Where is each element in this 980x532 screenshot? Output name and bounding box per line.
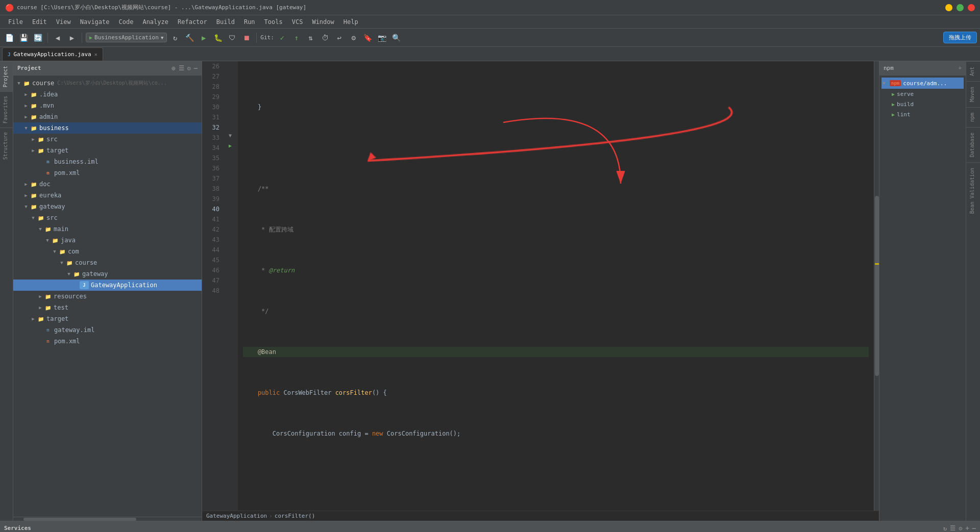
expand-doc[interactable]: ▶ <box>22 182 30 187</box>
editor-vscrollbar[interactable] <box>874 61 879 511</box>
svc-minimize-icon[interactable]: — <box>972 525 976 532</box>
tree-item-gateway-sub[interactable]: ▼ 📁 gateway <box>13 268 202 280</box>
lvtab-structure[interactable]: Structure <box>0 128 13 164</box>
menu-run[interactable]: Run <box>240 17 259 27</box>
project-scrollbar[interactable] <box>13 517 202 521</box>
tree-item-course[interactable]: ▼ 📁 course C:\Users\罗小白\Desktop\视频网站\co.… <box>13 78 202 89</box>
save-button[interactable]: 💾 <box>17 32 30 44</box>
tree-item-idea[interactable]: ▶ 📁 .idea <box>13 89 202 100</box>
expand-gateway[interactable]: ▼ <box>22 204 30 209</box>
bookmarks-button[interactable]: 🔖 <box>362 32 374 44</box>
tree-item-business[interactable]: ▼ 📁 business <box>13 122 202 134</box>
settings-button[interactable]: ⚙ <box>348 32 360 44</box>
lvtab-favorites[interactable]: Favorites <box>0 91 13 128</box>
tree-item-gateway-pom[interactable]: m pom.xml <box>13 336 202 347</box>
expand-gateway-sub[interactable]: ▼ <box>65 271 72 276</box>
lvtab-project[interactable]: Project <box>0 61 13 91</box>
menu-tools[interactable]: Tools <box>260 17 287 27</box>
expand-gateway-test[interactable]: ▶ <box>37 305 44 310</box>
tree-item-gateway-resources[interactable]: ▶ 📁 resources <box>13 291 202 302</box>
expand-gateway-src[interactable]: ▼ <box>30 215 37 220</box>
new-file-button[interactable]: 📄 <box>3 32 15 44</box>
expand-admin[interactable]: ▶ <box>22 114 30 119</box>
vtab-maven[interactable]: Maven <box>966 81 980 107</box>
screenshot-button[interactable]: 📷 <box>376 32 388 44</box>
git-pull[interactable]: ⇅ <box>305 32 317 44</box>
upload-button[interactable]: 拖拽上传 <box>943 32 977 43</box>
menu-refactor[interactable]: Refactor <box>174 17 211 27</box>
tree-item-gateway-main[interactable]: ▼ 📁 main <box>13 223 202 235</box>
tree-item-gateway-test[interactable]: ▶ 📁 test <box>13 302 202 313</box>
svc-plus-icon[interactable]: + <box>966 525 969 532</box>
minimize-icon[interactable]: — <box>194 65 198 72</box>
git-rollback[interactable]: ↩ <box>333 32 346 44</box>
tree-item-gateway-app[interactable]: J GatewayApplication <box>13 280 202 291</box>
git-commit[interactable]: ✓ <box>276 32 288 44</box>
expand-course[interactable]: ▼ <box>15 81 22 86</box>
tree-item-gateway-java[interactable]: ▼ 📁 java <box>13 235 202 246</box>
coverage-button[interactable]: 🛡 <box>226 32 238 44</box>
run-button[interactable]: ▶ <box>198 32 210 44</box>
breadcrumb-cors-filter[interactable]: corsFilter() <box>275 513 315 519</box>
svc-list-icon[interactable]: ☰ <box>950 525 955 532</box>
settings-icon[interactable]: ⚙ <box>187 65 191 72</box>
expand-eureka[interactable]: ▶ <box>22 193 30 198</box>
tree-item-business-target[interactable]: ▶ 📁 target <box>13 145 202 156</box>
debug-button[interactable]: 🐛 <box>212 32 224 44</box>
editor-vscroll-thumb[interactable] <box>875 196 879 375</box>
tree-item-gateway-target[interactable]: ▶ 📁 target <box>13 313 202 324</box>
tree-item-business-pom[interactable]: m pom.xml <box>13 167 202 179</box>
menu-file[interactable]: File <box>4 17 27 27</box>
tree-item-eureka[interactable]: ▶ 📁 eureka <box>13 190 202 201</box>
vtab-bean-validation[interactable]: Bean Validation <box>966 162 980 219</box>
npm-item-lint[interactable]: ▶ lint <box>881 109 964 119</box>
expand-gateway-java[interactable]: ▼ <box>44 238 51 243</box>
add-icon[interactable]: ⊕ <box>172 65 175 72</box>
menu-edit[interactable]: Edit <box>28 17 51 27</box>
git-push[interactable]: ↑ <box>290 32 303 44</box>
expand-gateway-com[interactable]: ▼ <box>51 249 58 254</box>
add-npm-icon[interactable]: + <box>958 65 962 71</box>
tree-item-gateway[interactable]: ▼ 📁 gateway <box>13 201 202 212</box>
tab-close-button[interactable]: ✕ <box>94 52 97 57</box>
tree-item-gateway-iml[interactable]: m gateway.iml <box>13 324 202 336</box>
menu-window[interactable]: Window <box>308 17 338 27</box>
tree-item-doc[interactable]: ▶ 📁 doc <box>13 179 202 190</box>
expand-gateway-course[interactable]: ▼ <box>58 260 65 265</box>
build-button[interactable]: 🔨 <box>183 32 195 44</box>
vtab-npm[interactable]: npm <box>966 107 980 127</box>
sync-button[interactable]: 🔄 <box>32 32 44 44</box>
menu-navigate[interactable]: Navigate <box>76 17 114 27</box>
expand-business-src[interactable]: ▶ <box>30 137 37 142</box>
tree-item-admin[interactable]: ▶ 📁 admin <box>13 111 202 122</box>
svc-refresh-icon[interactable]: ↻ <box>943 525 947 532</box>
stop-button[interactable]: ⏹ <box>240 32 253 44</box>
menu-build[interactable]: Build <box>212 17 239 27</box>
menu-code[interactable]: Code <box>115 17 138 27</box>
find-button[interactable]: 🔍 <box>390 32 403 44</box>
maximize-button[interactable] <box>957 4 964 11</box>
code-content[interactable]: } /** * 配置跨域 * @return */ @Bean public C… <box>238 61 874 511</box>
npm-item-build[interactable]: ▶ build <box>881 99 964 109</box>
menu-help[interactable]: Help <box>339 17 362 27</box>
expand-gateway-resources[interactable]: ▶ <box>37 294 44 299</box>
expand-mvn[interactable]: ▶ <box>22 103 30 108</box>
run-config-dropdown[interactable]: ▶ BusinessApplication ▼ <box>86 33 167 42</box>
git-history[interactable]: ⏱ <box>319 32 331 44</box>
expand-gateway-target[interactable]: ▶ <box>30 316 37 321</box>
expand-gateway-main[interactable]: ▼ <box>37 226 44 232</box>
vtab-ant[interactable]: Ant <box>966 61 980 81</box>
menu-vcs[interactable]: VCS <box>288 17 307 27</box>
list-icon[interactable]: ☰ <box>179 65 184 72</box>
minimize-button[interactable] <box>945 4 952 11</box>
expand-idea[interactable]: ▶ <box>22 92 30 97</box>
menu-analyze[interactable]: Analyze <box>138 17 173 27</box>
menu-view[interactable]: View <box>52 17 75 27</box>
tree-item-gateway-src[interactable]: ▼ 📁 src <box>13 212 202 223</box>
back-button[interactable]: ◀ <box>52 32 64 44</box>
expand-npm-course[interactable]: ▼ <box>883 81 890 86</box>
expand-business-target[interactable]: ▶ <box>30 148 37 153</box>
tree-item-business-src[interactable]: ▶ 📁 src <box>13 134 202 145</box>
code-scroll[interactable]: 26 27 28 29 30 31 32 33 34 35 36 37 38 3… <box>202 61 879 511</box>
expand-business[interactable]: ▼ <box>22 125 30 131</box>
